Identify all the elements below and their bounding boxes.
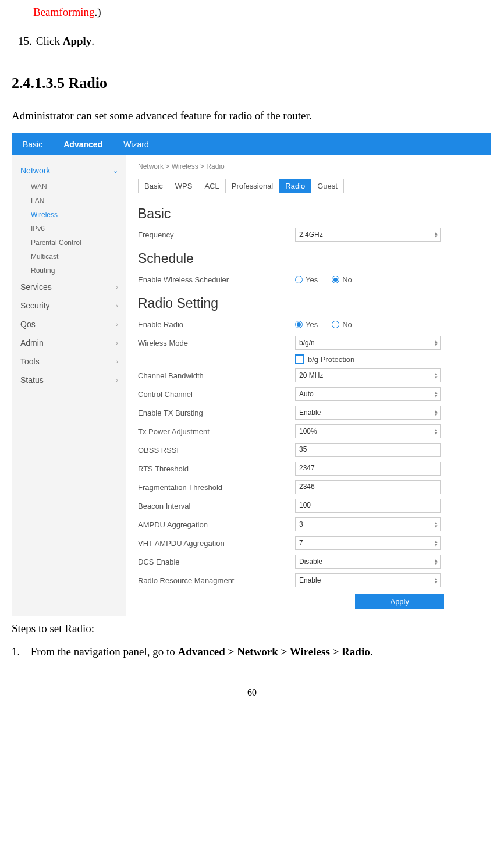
yes-label: Yes: [306, 275, 318, 284]
section-schedule-title: Schedule: [138, 251, 479, 267]
section-radio-title: Radio Setting: [138, 296, 479, 311]
vht-ampdu-label: VHT AMPDU Aggregation: [138, 539, 295, 548]
sidebar-sub-parental[interactable]: Parental Control: [12, 236, 126, 250]
stepper-icon: ▴▾: [435, 391, 438, 398]
sidebar-item-qos[interactable]: Qos›: [12, 315, 126, 334]
tx-power-label: Tx Power Adjustment: [138, 427, 295, 436]
sidebar-sub-ipv6[interactable]: IPv6: [12, 222, 126, 236]
bg-protection-label: b/g Protection: [308, 355, 354, 364]
frag-label: Fragmentation Threshold: [138, 483, 295, 492]
scheduler-yes[interactable]: Yes: [295, 275, 318, 284]
tab-basic[interactable]: Basic: [139, 179, 169, 193]
intro-text: Administrator can set some advanced feat…: [12, 109, 495, 122]
chevron-right-icon: ›: [116, 321, 118, 328]
frequency-label: Frequency: [138, 230, 295, 239]
sidebar-sub-routing[interactable]: Routing: [12, 264, 126, 278]
apply-button[interactable]: Apply: [355, 594, 444, 609]
step-15-post: .: [91, 35, 94, 47]
tab-professional[interactable]: Professional: [226, 179, 280, 193]
sidebar-sub-wireless[interactable]: Wireless: [12, 208, 126, 222]
tx-bursting-value: Enable: [299, 409, 321, 417]
step-15-pre: Click: [36, 35, 63, 47]
previous-page-fragment: Beamforming.): [33, 6, 495, 19]
steps-label: Steps to set Radio:: [12, 622, 495, 635]
chevron-down-icon: ⌄: [113, 167, 118, 175]
obss-rssi-label: OBSS RSSI: [138, 446, 295, 455]
radio-icon: [332, 321, 339, 328]
rrm-select[interactable]: Enable▴▾: [295, 573, 441, 587]
section-basic-title: Basic: [138, 206, 479, 222]
dcs-value: Disable: [299, 558, 322, 566]
stepper-icon: ▴▾: [435, 558, 438, 565]
radio-checked-icon: [332, 276, 339, 283]
yes-label: Yes: [306, 320, 318, 329]
bg-protection-checkbox[interactable]: [295, 354, 304, 364]
topnav-basic[interactable]: Basic: [12, 133, 53, 155]
sidebar-item-status[interactable]: Status›: [12, 371, 126, 389]
stepper-icon: ▴▾: [435, 372, 438, 379]
step-1-num: 1.: [12, 645, 28, 658]
topnav-advanced[interactable]: Advanced: [53, 133, 113, 155]
frequency-select[interactable]: 2.4GHz▴▾: [295, 228, 441, 242]
stepper-icon: ▴▾: [435, 540, 438, 547]
tab-radio[interactable]: Radio: [279, 179, 311, 193]
sidebar-item-admin[interactable]: Admin›: [12, 334, 126, 352]
sidebar-item-network[interactable]: Network ⌄: [12, 161, 126, 180]
dcs-select[interactable]: Disable▴▾: [295, 555, 441, 569]
stepper-icon: ▴▾: [435, 428, 438, 435]
topnav-wizard[interactable]: Wizard: [113, 133, 159, 155]
fragment-rest: .): [95, 6, 101, 18]
step-15-num: 15.: [18, 35, 33, 48]
sidebar: Network ⌄ WAN LAN Wireless IPv6 Parental…: [12, 155, 126, 616]
chevron-right-icon: ›: [116, 377, 118, 384]
router-ui-screenshot: Basic Advanced Wizard Network ⌄ WAN LAN …: [12, 133, 491, 616]
control-channel-label: Control Channel: [138, 390, 295, 399]
rrm-value: Enable: [299, 576, 321, 584]
channel-bw-select[interactable]: 20 MHz▴▾: [295, 368, 441, 382]
top-nav-bar: Basic Advanced Wizard: [12, 133, 491, 155]
enable-radio-no[interactable]: No: [332, 320, 352, 329]
stepper-icon: ▴▾: [435, 409, 438, 416]
beacon-input[interactable]: 100: [295, 499, 441, 513]
vht-ampdu-select[interactable]: 7▴▾: [295, 536, 441, 550]
control-channel-select[interactable]: Auto▴▾: [295, 387, 441, 401]
scheduler-label: Enable Wireless Scheduler: [138, 275, 295, 284]
sidebar-item-tools[interactable]: Tools›: [12, 352, 126, 371]
frag-input[interactable]: 2346: [295, 480, 441, 494]
tx-bursting-select[interactable]: Enable▴▾: [295, 406, 441, 420]
ampdu-select[interactable]: 3▴▾: [295, 517, 441, 531]
tx-bursting-label: Enable TX Bursting: [138, 409, 295, 417]
vht-ampdu-value: 7: [299, 539, 303, 547]
wireless-tabs: Basic WPS ACL Professional Radio Guest: [138, 179, 344, 193]
ampdu-label: AMPDU Aggregation: [138, 520, 295, 529]
tab-wps[interactable]: WPS: [169, 179, 199, 193]
ampdu-value: 3: [299, 520, 303, 528]
sidebar-sub-multicast[interactable]: Multicast: [12, 250, 126, 264]
chevron-right-icon: ›: [116, 358, 118, 365]
sidebar-item-security[interactable]: Security›: [12, 296, 126, 315]
sidebar-sub-lan[interactable]: LAN: [12, 194, 126, 208]
step-15-bold: Apply: [63, 35, 92, 47]
breadcrumb: Network > Wireless > Radio: [138, 162, 479, 171]
obss-rssi-input[interactable]: 35: [295, 443, 441, 457]
wireless-mode-select[interactable]: b/g/n▴▾: [295, 336, 441, 350]
tab-acl[interactable]: ACL: [198, 179, 225, 193]
sidebar-security-label: Security: [20, 301, 50, 310]
channel-bw-value: 20 MHz: [299, 371, 323, 379]
sidebar-tools-label: Tools: [20, 357, 40, 366]
control-channel-value: Auto: [299, 390, 314, 398]
enable-radio-yes[interactable]: Yes: [295, 320, 318, 329]
stepper-icon: ▴▾: [435, 521, 438, 528]
sidebar-sub-wan[interactable]: WAN: [12, 180, 126, 194]
sidebar-item-services[interactable]: Services›: [12, 278, 126, 296]
step-1-bold: Advanced > Network > Wireless > Radio: [178, 645, 370, 658]
scheduler-no[interactable]: No: [332, 275, 352, 284]
wireless-mode-label: Wireless Mode: [138, 339, 295, 347]
tab-guest[interactable]: Guest: [311, 179, 343, 193]
rts-input[interactable]: 2347: [295, 462, 441, 476]
sidebar-services-label: Services: [20, 282, 52, 292]
fragment-red: Beamforming: [33, 6, 95, 18]
tx-power-value: 100%: [299, 427, 317, 435]
tx-power-select[interactable]: 100%▴▾: [295, 424, 441, 438]
channel-bw-label: Channel Bandwidth: [138, 371, 295, 380]
